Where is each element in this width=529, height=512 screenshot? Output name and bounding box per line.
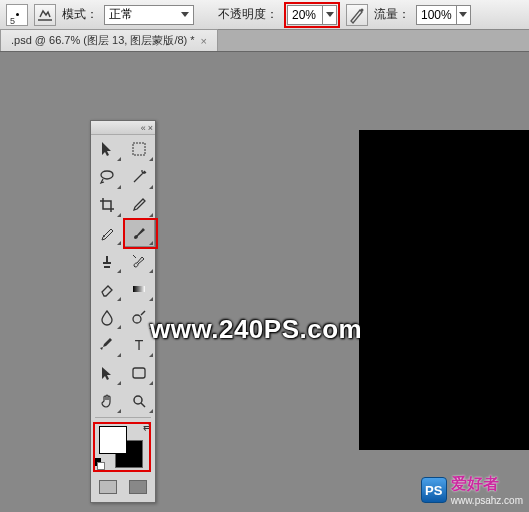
zoom-tool[interactable] [123,387,155,415]
marquee-tool[interactable] [123,135,155,163]
document-canvas[interactable] [359,130,529,450]
lasso-tool[interactable] [91,163,123,191]
hand-tool[interactable] [91,387,123,415]
gradient-tool[interactable] [123,275,155,303]
tools-panel-header[interactable]: « × [91,121,155,135]
svg-point-4 [133,315,141,323]
svg-rect-3 [133,286,145,292]
screen-mode-switch [91,476,155,502]
canvas-area: « × T ⇄ www.240PS.com PS 爱好者 www.psahz.c… [0,52,529,512]
opacity-highlight: 20% [284,2,340,28]
history-brush-tool[interactable] [123,247,155,275]
clone-stamp-tool[interactable] [91,247,123,275]
move-tool[interactable] [91,135,123,163]
eraser-tool[interactable] [91,275,123,303]
pen-tool[interactable] [91,331,123,359]
foreground-color[interactable] [99,426,127,454]
svg-point-2 [103,235,105,237]
blur-tool[interactable] [91,303,123,331]
magic-wand-tool[interactable] [123,163,155,191]
svg-rect-6 [133,368,145,378]
flow-field[interactable]: 100% [416,5,471,25]
document-tab-bar: .psd @ 66.7% (图层 13, 图层蒙版/8) * × [0,30,529,52]
brush-preset-picker[interactable]: 5 [6,4,28,26]
opacity-value: 20% [288,8,322,22]
chevron-down-icon [181,12,189,17]
document-tab-title: .psd @ 66.7% (图层 13, 图层蒙版/8) * [11,33,195,48]
blend-mode-value: 正常 [109,6,133,23]
close-icon[interactable]: × [148,123,153,133]
watermark-corner: PS 爱好者 www.psahz.com [421,474,523,506]
mode-label: 模式： [62,6,98,23]
healing-brush-tool[interactable] [91,219,123,247]
opacity-label: 不透明度： [218,6,278,23]
standard-mode-icon[interactable] [99,480,117,494]
blend-mode-select[interactable]: 正常 [104,5,194,25]
eyedropper-tool[interactable] [123,191,155,219]
watermark-text2: www.psahz.com [451,495,523,506]
color-swatches[interactable]: ⇄ [93,422,153,470]
default-colors-icon[interactable] [93,458,105,470]
path-selection-tool[interactable] [91,359,123,387]
crop-tool[interactable] [91,191,123,219]
watermark-logo: PS [421,477,447,503]
shape-tool[interactable] [123,359,155,387]
opacity-field[interactable]: 20% [287,5,337,25]
brush-panel-toggle-icon[interactable] [34,4,56,26]
collapse-icon[interactable]: « [141,123,146,133]
pressure-opacity-icon[interactable] [346,4,368,26]
brush-tool[interactable] [123,219,155,247]
svg-text:T: T [135,337,144,353]
tools-panel[interactable]: « × T ⇄ [90,120,156,503]
options-bar: 5 模式： 正常 不透明度： 20% 流量： 100% [0,0,529,30]
flow-dropdown[interactable] [456,6,470,24]
swap-colors-icon[interactable]: ⇄ [143,422,151,433]
svg-rect-1 [133,143,145,155]
flow-value: 100% [417,8,456,22]
flow-label: 流量： [374,6,410,23]
watermark-main: www.240PS.com [150,314,362,345]
svg-point-0 [361,8,364,11]
watermark-text1: 爱好者 [451,475,499,492]
opacity-dropdown[interactable] [322,6,336,24]
close-icon[interactable]: × [201,35,207,47]
quickmask-mode-icon[interactable] [129,480,147,494]
svg-point-7 [134,396,142,404]
document-tab[interactable]: .psd @ 66.7% (图层 13, 图层蒙版/8) * × [0,29,218,51]
